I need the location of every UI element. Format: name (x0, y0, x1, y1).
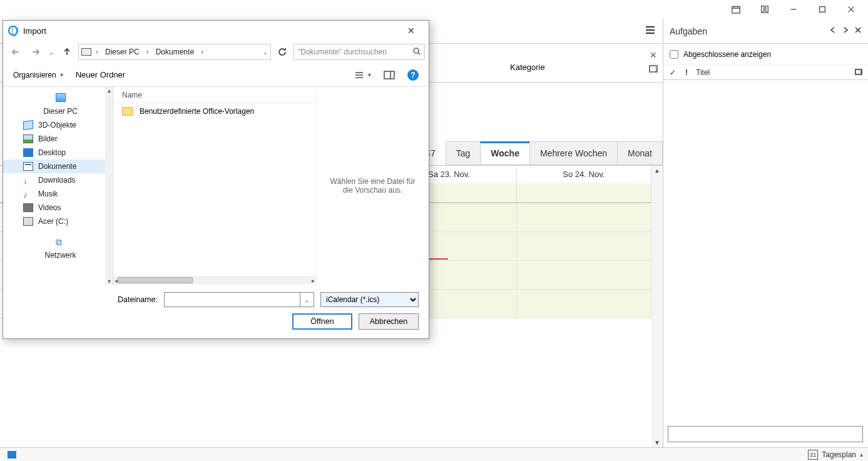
tree-item-desktop[interactable]: Desktop (3, 146, 113, 160)
status-app-icon (8, 451, 16, 458)
preview-pane-button[interactable] (384, 71, 395, 79)
nav-recent-dropdown[interactable]: ⌄ (47, 43, 56, 61)
breadcrumb-dropdown-icon[interactable]: ⌄ (263, 49, 268, 56)
folder-icon (122, 107, 133, 116)
view-tabs: Tag Woche Mehrere Wochen Monat (446, 141, 663, 165)
search-placeholder: "Dokumente" durchsuchen (298, 48, 413, 56)
tab-week[interactable]: Woche (480, 141, 530, 165)
refresh-button[interactable] (273, 43, 291, 61)
search-box[interactable]: "Dokumente" durchsuchen (294, 44, 425, 60)
nav-forward-button[interactable] (27, 43, 44, 61)
chevron-right-icon: › (145, 48, 151, 56)
today-icon[interactable]: 21 (808, 450, 818, 460)
maximize-button[interactable] (808, 0, 837, 19)
organize-button[interactable]: Organisieren▾ (13, 71, 63, 79)
tree-item-drive-c[interactable]: Acer (C:) (3, 215, 113, 228)
tab-day[interactable]: Tag (446, 141, 481, 165)
filename-input[interactable] (164, 292, 300, 307)
folder-tree[interactable]: Dieser PC 3D-Objekte Bilder Desktop Doku… (3, 87, 113, 285)
column-name[interactable]: Name (122, 91, 142, 99)
tree-item-videos[interactable]: Videos (3, 201, 113, 215)
cancel-button[interactable]: Abbrechen (359, 313, 419, 330)
chevron-right-icon: › (94, 48, 100, 56)
tree-item-documents[interactable]: Dokumente (3, 160, 113, 173)
tree-scrollbar[interactable]: ▴▾ (105, 87, 113, 285)
view-mode-button[interactable]: ▾ (355, 71, 371, 79)
nav-back-button[interactable] (7, 43, 24, 61)
chevron-right-icon: › (199, 48, 205, 56)
tab-multi-week[interactable]: Mehrere Wochen (529, 141, 618, 165)
filetype-select[interactable]: iCalendar (*.ics) (320, 292, 419, 307)
svg-point-20 (414, 48, 419, 53)
task-quick-add-input[interactable] (668, 426, 863, 442)
calendar-icon[interactable] (722, 0, 750, 19)
import-dialog: Import ✕ ⌄ › Dieser PC › Dokumente › ⌄ (3, 20, 429, 339)
category-label: Kategorie (510, 63, 545, 72)
drive-icon (81, 48, 91, 56)
svg-point-5 (763, 8, 766, 10)
preview-pane: Wählen Sie eine Datei für die Vorschau a… (316, 87, 429, 285)
category-expand-icon[interactable] (649, 65, 658, 74)
file-name: Benutzerdefinierte Office-Vorlagen (140, 107, 254, 116)
day-header[interactable]: So 24. Nov. (517, 166, 651, 183)
status-bar: 21 Tagesplan ▴ (0, 447, 868, 461)
tree-item-pictures[interactable]: Bilder (3, 132, 113, 146)
filename-dropdown-icon[interactable]: ⌄ (300, 292, 314, 307)
close-window-button[interactable] (837, 0, 865, 19)
file-item[interactable]: Benutzerdefinierte Office-Vorlagen (113, 103, 316, 119)
tree-item-music[interactable]: ♪Musik (3, 187, 113, 201)
tree-item-network[interactable]: ⧉Netzwerk (3, 235, 113, 262)
app-icon (8, 26, 18, 36)
tree-item-downloads[interactable]: ↓Downloads (3, 173, 113, 187)
dialog-title: Import (23, 26, 46, 36)
file-list[interactable]: Name Benutzerdefinierte Office-Vorlagen … (113, 87, 316, 285)
help-button[interactable]: ? (407, 69, 419, 81)
dialog-close-button[interactable]: ✕ (399, 26, 424, 36)
task-quick-add[interactable] (668, 426, 863, 442)
breadcrumb[interactable]: › Dieser PC › Dokumente › ⌄ (78, 44, 271, 60)
app-titlebar (0, 0, 868, 19)
filename-label: Dateiname: (118, 295, 158, 304)
svg-rect-7 (820, 7, 825, 13)
nav-up-button[interactable] (58, 43, 76, 61)
tagesplan-button[interactable]: Tagesplan (822, 450, 856, 459)
breadcrumb-segment[interactable]: Dokumente (153, 46, 197, 58)
minimize-button[interactable] (779, 0, 808, 19)
tab-month[interactable]: Monat (617, 141, 663, 165)
breadcrumb-segment[interactable]: Dieser PC (103, 46, 142, 58)
new-folder-button[interactable]: Neuer Ordner (76, 70, 125, 79)
tree-item-3d[interactable]: 3D-Objekte (3, 118, 113, 132)
search-icon (413, 48, 421, 57)
tree-item-pc[interactable]: Dieser PC (3, 91, 113, 118)
svg-rect-25 (384, 71, 394, 79)
calendar-scrollbar[interactable]: ▲▼ (651, 166, 663, 447)
file-list-scrollbar[interactable]: ◂▸ (113, 276, 316, 285)
chevron-up-icon[interactable]: ▴ (860, 451, 863, 458)
search-clear-icon[interactable]: × (650, 49, 656, 62)
open-button[interactable]: Öffnen (292, 313, 352, 330)
svg-line-21 (418, 53, 420, 54)
svg-rect-0 (732, 7, 740, 14)
contacts-icon[interactable] (750, 0, 779, 19)
menu-button[interactable] (638, 26, 663, 36)
